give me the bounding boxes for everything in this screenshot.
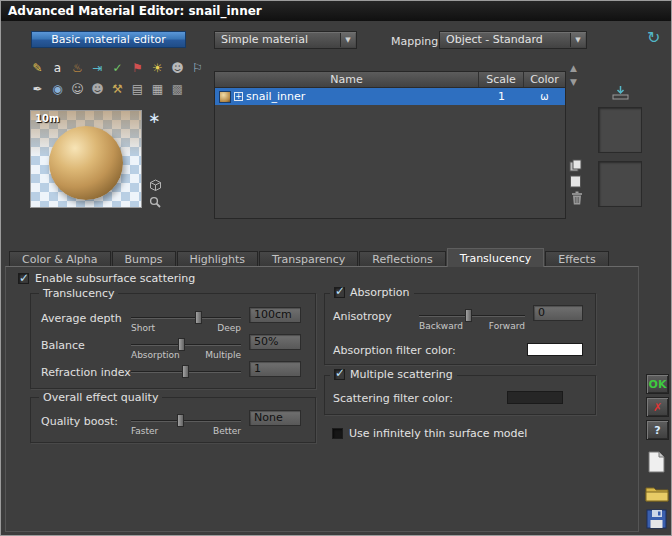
scattering-filter-swatch[interactable] [507, 391, 563, 404]
people-icon[interactable]: ☻ [169, 60, 186, 76]
absorption-filter-label: Absorption filter color: [333, 344, 456, 357]
pen-icon[interactable]: ✒ [29, 81, 46, 97]
magnifier-icon[interactable] [149, 193, 161, 212]
enable-sss-checkbox[interactable] [18, 273, 29, 284]
open-folder-icon[interactable] [645, 485, 669, 506]
texture-slot-2[interactable] [598, 161, 642, 207]
tab-bumps[interactable]: Bumps [112, 251, 176, 267]
thin-surface-label: Use infinitely thin surface model [349, 427, 527, 440]
new-document-icon[interactable] [648, 451, 665, 477]
check-icon[interactable]: ✓ [109, 60, 126, 76]
import-texture-icon[interactable] [611, 85, 631, 105]
move-layer-up-icon[interactable]: ▲ [570, 63, 577, 73]
tab-color-alpha[interactable]: Color & Alpha [9, 251, 111, 267]
lamp-icon[interactable]: ♨ [69, 60, 86, 76]
cancel-button[interactable]: ✗ [646, 397, 669, 417]
layer-table: Name Scale Color + snail_inner 1 ω [214, 71, 566, 219]
person-icon[interactable]: ☺ [69, 81, 86, 97]
tab-reflections[interactable]: Reflections [359, 251, 445, 267]
column-header-scale[interactable]: Scale [479, 72, 524, 87]
tab-transparency[interactable]: Transparency [259, 251, 358, 267]
chevron-down-icon[interactable]: ▼ [340, 33, 355, 47]
delete-layer-icon[interactable] [571, 190, 583, 209]
quality-boost-value[interactable]: None [249, 410, 301, 426]
preview-scale-label: 10m [35, 113, 59, 124]
column-header-color[interactable]: Color [524, 72, 565, 87]
anisotropy-value[interactable]: 0 [533, 305, 583, 321]
text-icon[interactable]: a [49, 60, 66, 76]
window-title: Advanced Material Editor: snail_inner [1, 1, 671, 21]
grid-icon[interactable]: ▦ [149, 81, 166, 97]
ok-button[interactable]: OK [646, 374, 669, 394]
tools-icon[interactable]: ⚒ [109, 81, 126, 97]
average-depth-value[interactable]: 100cm [249, 307, 301, 323]
slider-max-label: Multiple [205, 350, 241, 360]
quality-group: Overall effect quality Quality boost: Fa… [30, 397, 316, 443]
slider-max-label: Deep [217, 323, 241, 333]
material-preview[interactable]: 10m [30, 110, 142, 208]
balance-value[interactable]: 50% [249, 334, 301, 350]
texture-slot-1[interactable] [598, 107, 642, 153]
warning-icon[interactable]: ⚑ [129, 60, 146, 76]
slider-min-label: Backward [419, 321, 463, 331]
column-header-name[interactable]: Name [215, 72, 479, 87]
flag-icon[interactable]: ⚐ [189, 60, 206, 76]
slider-track [131, 317, 241, 319]
slider-track [131, 344, 241, 346]
expand-icon[interactable]: + [234, 92, 243, 101]
quality-boost-slider[interactable]: Faster Better [131, 411, 241, 437]
tab-effects[interactable]: Effects [545, 251, 608, 267]
sync-material-icon[interactable]: ↻ [647, 28, 660, 47]
brush-icon[interactable]: ✎ [29, 60, 46, 76]
save-icon[interactable] [646, 509, 667, 533]
layer-scale-value[interactable]: 1 [479, 90, 524, 103]
material-type-dropdown[interactable]: Simple material ▼ [214, 31, 357, 49]
layer-color-icon[interactable]: ω [524, 91, 565, 102]
basic-material-editor-button[interactable]: Basic material editor [31, 31, 186, 48]
multiple-scattering-label: Multiple scattering [350, 368, 453, 381]
slider-min-label: Faster [131, 426, 158, 436]
absorption-checkbox[interactable] [334, 287, 345, 298]
absorption-group-title: Absorption [330, 286, 414, 299]
help-button[interactable]: ? [646, 420, 669, 440]
enable-sss-label: Enable subsurface scattering [35, 272, 195, 285]
layer-table-header: Name Scale Color [215, 72, 565, 88]
move-layer-down-icon[interactable]: ▼ [570, 77, 577, 87]
refresh-preview-icon[interactable]: ∗ [148, 109, 161, 127]
mapping-value: Object - Standard [446, 33, 543, 46]
refraction-index-label: Refraction index [41, 366, 131, 379]
anisotropy-slider[interactable]: Backward Forward [419, 306, 525, 332]
property-tabs: Color & Alpha Bumps Highlights Transpare… [9, 248, 610, 267]
quality-group-title: Overall effect quality [39, 391, 162, 404]
chevron-down-icon[interactable]: ▼ [570, 33, 585, 47]
mapping-dropdown[interactable]: Object - Standard ▼ [439, 31, 587, 49]
average-depth-label: Average depth [41, 312, 122, 325]
layer-row-snail-inner[interactable]: + snail_inner 1 ω [215, 88, 565, 105]
thin-surface-checkbox[interactable] [332, 428, 343, 439]
absorption-filter-swatch[interactable] [527, 343, 583, 356]
slider-min-label: Absorption [131, 350, 180, 360]
mapping-label: Mapping [391, 35, 438, 48]
preview-sphere [49, 126, 123, 200]
slider-thumb[interactable] [182, 365, 189, 378]
tab-highlights[interactable]: Highlights [177, 251, 258, 267]
refraction-index-value[interactable]: 1 [249, 361, 301, 377]
gradient-icon[interactable]: ▩ [169, 81, 186, 97]
tab-translucency[interactable]: Translucency [447, 248, 544, 267]
translucency-panel: Enable subsurface scattering Translucenc… [5, 266, 639, 532]
quality-boost-label: Quality boost: [41, 415, 118, 428]
balance-slider[interactable]: Absorption Multiple [131, 335, 241, 361]
average-depth-slider[interactable]: Short Deep [131, 308, 241, 334]
multiple-scattering-checkbox[interactable] [334, 369, 345, 380]
eye-icon[interactable]: ◉ [49, 81, 66, 97]
sun-icon[interactable]: ☀ [149, 60, 166, 76]
balance-label: Balance [41, 339, 85, 352]
refraction-index-slider[interactable] [131, 362, 241, 388]
layer-thumbnail-icon [219, 91, 231, 103]
scattering-group-title: Multiple scattering [330, 368, 457, 381]
slider-max-label: Forward [489, 321, 525, 331]
film-icon[interactable]: ▤ [129, 81, 146, 97]
slider-track [131, 420, 241, 422]
exit-icon[interactable]: ⇥ [89, 60, 106, 76]
person-2-icon[interactable]: ☻ [89, 81, 106, 97]
